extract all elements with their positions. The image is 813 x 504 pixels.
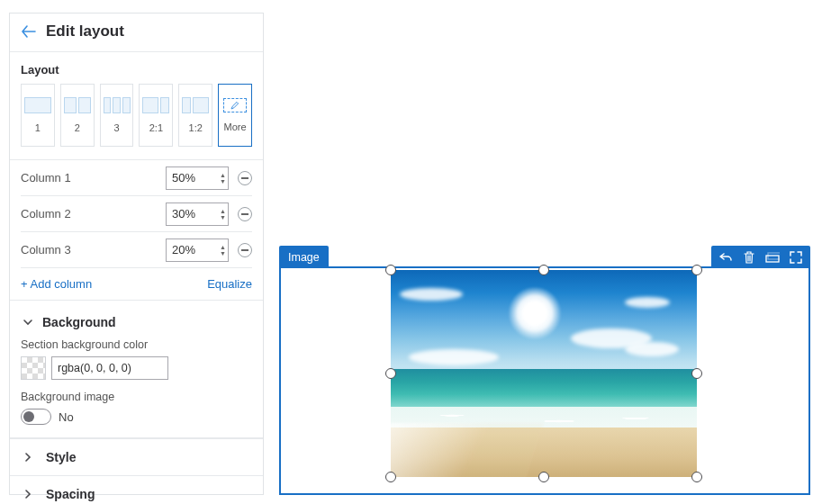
- resize-handle-w[interactable]: [385, 368, 396, 379]
- color-swatch[interactable]: [21, 356, 46, 380]
- trash-icon[interactable]: [742, 250, 756, 265]
- svg-rect-0: [241, 177, 248, 179]
- bg-color-row: rgba(0, 0, 0, 0): [21, 356, 252, 380]
- layout-tile-1-2[interactable]: 1:2: [178, 84, 212, 147]
- layout-tile-3[interactable]: 3: [100, 84, 134, 147]
- layout-tile-label: More: [224, 122, 247, 132]
- column-width-value: 30%: [167, 207, 201, 220]
- spinner-down-icon[interactable]: ▼: [220, 250, 226, 256]
- color-input[interactable]: rgba(0, 0, 0, 0): [51, 356, 168, 380]
- expand-icon[interactable]: [789, 250, 803, 265]
- spinner-up-icon[interactable]: ▲: [220, 208, 226, 214]
- resize-handle-ne[interactable]: [691, 265, 702, 275]
- undo-icon[interactable]: [718, 250, 733, 265]
- background-group-header[interactable]: Background: [21, 310, 252, 335]
- bg-image-label: Background image: [21, 391, 252, 403]
- resize-handle-n[interactable]: [538, 265, 549, 275]
- background-header-label: Background: [42, 315, 116, 329]
- background-group: Background Section background color rgba…: [10, 301, 263, 438]
- layout-tile-label: 1:2: [189, 122, 203, 133]
- layout-tile-label: 2: [75, 122, 80, 133]
- layout-group-label: Layout: [21, 63, 252, 76]
- bg-image-toggle-row: No: [21, 409, 252, 425]
- spinner-up-icon[interactable]: ▲: [220, 244, 226, 250]
- remove-column-button[interactable]: [238, 243, 252, 257]
- column-width-value: 50%: [167, 171, 201, 184]
- column-width-value: 20%: [167, 243, 201, 256]
- block-type-label: Image: [288, 251, 320, 264]
- block-toolbar: [711, 246, 810, 268]
- layout-tile-2[interactable]: 2: [60, 84, 95, 147]
- block-type-tag: Image: [279, 246, 329, 268]
- image-preview: [391, 270, 697, 477]
- layout-tile-more[interactable]: More: [218, 84, 252, 147]
- chevron-right-icon: [21, 450, 35, 464]
- column-width-input-1[interactable]: 50% ▲▼: [166, 166, 229, 190]
- column-label: Column 3: [21, 243, 166, 256]
- spinner-down-icon[interactable]: ▼: [220, 214, 226, 220]
- remove-column-button[interactable]: [238, 207, 252, 221]
- back-arrow-icon[interactable]: [21, 23, 37, 40]
- column-actions: + Add column Equalize: [21, 268, 252, 291]
- pencil-icon: [223, 98, 247, 112]
- chevron-down-icon: [21, 315, 35, 329]
- outline-icon[interactable]: [765, 250, 780, 265]
- layout-tile-2-1[interactable]: 2:1: [139, 84, 173, 147]
- svg-rect-1: [241, 213, 248, 215]
- spacing-group-header[interactable]: Spacing: [10, 475, 263, 504]
- column-width-input-2[interactable]: 30% ▲▼: [166, 202, 229, 226]
- layout-tile-label: 2:1: [149, 122, 163, 133]
- column-label: Column 2: [21, 207, 166, 220]
- svg-rect-2: [241, 249, 248, 251]
- equalize-link[interactable]: Equalize: [207, 277, 252, 291]
- remove-column-button[interactable]: [238, 171, 252, 185]
- layout-tile-label: 3: [114, 122, 120, 133]
- style-header-label: Style: [46, 450, 76, 464]
- layout-group: Layout 1 2 3 2:1: [10, 52, 263, 160]
- image-block[interactable]: Image: [279, 266, 810, 495]
- column-width-input-3[interactable]: 20% ▲▼: [166, 238, 229, 262]
- resize-handle-e[interactable]: [691, 368, 702, 379]
- layout-tile-row: 1 2 3 2:1 1:2: [21, 84, 252, 147]
- spacing-header-label: Spacing: [46, 487, 95, 501]
- bg-image-toggle[interactable]: [21, 409, 51, 425]
- column-row-3: Column 3 20% ▲▼: [21, 232, 252, 268]
- edit-layout-panel: Edit layout Layout 1 2 3 2:1: [9, 13, 264, 495]
- resize-handle-nw[interactable]: [385, 265, 396, 275]
- resize-handle-s[interactable]: [538, 472, 549, 482]
- column-row-1: Column 1 50% ▲▼: [21, 160, 252, 196]
- bg-color-label: Section background color: [21, 338, 252, 351]
- column-label: Column 1: [21, 171, 166, 184]
- panel-title: Edit layout: [46, 22, 124, 40]
- bg-image-toggle-text: No: [59, 410, 74, 424]
- resize-handle-se[interactable]: [691, 472, 702, 482]
- add-column-link[interactable]: + Add column: [21, 277, 92, 291]
- layout-tile-1[interactable]: 1: [21, 84, 55, 147]
- style-group-header[interactable]: Style: [10, 438, 263, 475]
- chevron-right-icon: [21, 487, 35, 501]
- image-inner-frame[interactable]: [391, 270, 697, 477]
- spinner-down-icon[interactable]: ▼: [220, 178, 226, 184]
- layout-tile-label: 1: [35, 122, 41, 133]
- resize-handle-sw[interactable]: [385, 472, 396, 482]
- color-input-value: rgba(0, 0, 0, 0): [58, 362, 131, 374]
- columns-group: Column 1 50% ▲▼ Column 2 30% ▲▼ Column 3…: [10, 160, 263, 301]
- column-row-2: Column 2 30% ▲▼: [21, 196, 252, 232]
- spinner-up-icon[interactable]: ▲: [220, 172, 226, 178]
- panel-header: Edit layout: [10, 14, 263, 52]
